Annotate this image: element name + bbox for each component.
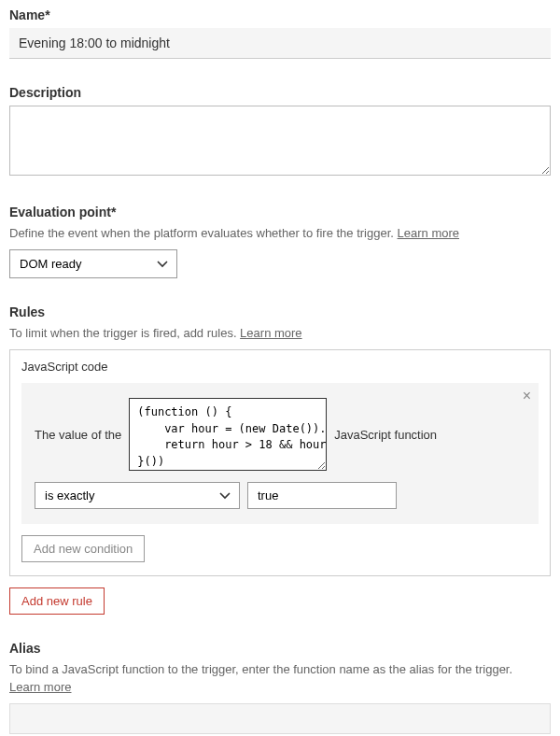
rule-header: JavaScript code [21, 360, 539, 374]
alias-label: Alias [9, 641, 551, 656]
alias-hint-text: To bind a JavaScript function to the tri… [9, 662, 512, 676]
javascript-code-input[interactable] [129, 398, 327, 471]
add-rule-button[interactable]: Add new rule [9, 587, 105, 615]
rule-expr-suffix: JavaScript function [334, 428, 437, 442]
alias-learn-more-link[interactable]: Learn more [9, 680, 71, 694]
description-label: Description [9, 85, 551, 100]
alias-hint: To bind a JavaScript function to the tri… [9, 661, 551, 695]
rules-hint-text: To limit when the trigger is fired, add … [9, 326, 240, 340]
rule-body: × The value of the JavaScript function i… [21, 383, 539, 524]
evaluation-point-label: Evaluation point* [9, 205, 551, 219]
rule-expression-row: The value of the JavaScript function [35, 398, 525, 471]
alias-field-group: Alias To bind a JavaScript function to t… [9, 641, 551, 733]
rules-field-group: Rules To limit when the trigger is fired… [9, 304, 551, 615]
evaluation-point-select-wrap: DOM ready [9, 249, 177, 278]
condition-operator-select[interactable]: is exactly [35, 482, 240, 509]
close-icon[interactable]: × [523, 389, 531, 403]
description-field-group: Description [9, 85, 551, 178]
evaluation-point-hint-text: Define the event when the platform evalu… [9, 226, 398, 240]
evaluation-point-learn-more-link[interactable]: Learn more [398, 226, 459, 240]
rules-hint: To limit when the trigger is fired, add … [9, 325, 551, 342]
description-textarea[interactable] [9, 106, 551, 176]
rules-panel: JavaScript code × The value of the JavaS… [9, 349, 551, 576]
condition-value-input[interactable] [247, 482, 397, 509]
alias-input[interactable] [9, 703, 551, 734]
evaluation-point-field-group: Evaluation point* Define the event when … [9, 205, 551, 278]
evaluation-point-select[interactable]: DOM ready [9, 249, 177, 278]
rule-condition-row: is exactly [35, 482, 525, 509]
rules-learn-more-link[interactable]: Learn more [240, 326, 301, 340]
rules-label: Rules [9, 304, 551, 319]
rule-expr-prefix: The value of the [35, 428, 121, 442]
name-input[interactable] [9, 28, 551, 59]
condition-operator-wrap: is exactly [35, 482, 240, 509]
add-condition-button[interactable]: Add new condition [21, 535, 145, 562]
name-field-group: Name* [9, 7, 551, 59]
name-label: Name* [9, 7, 551, 22]
evaluation-point-hint: Define the event when the platform evalu… [9, 225, 551, 242]
